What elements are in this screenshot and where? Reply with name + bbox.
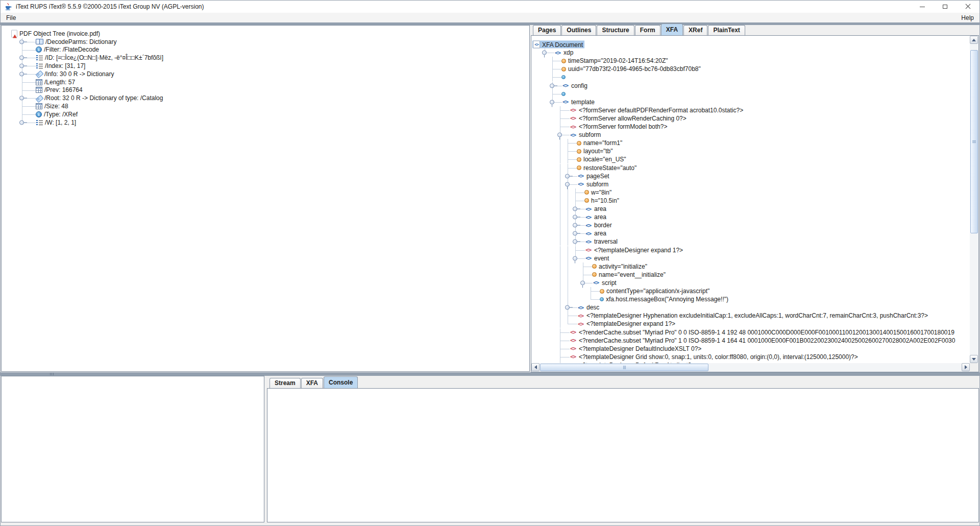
tree-row[interactable]: <>traversal — [531, 237, 970, 246]
tree-row[interactable]: <>pageSet — [531, 172, 970, 180]
tree-row[interactable]: /DecodeParms: Dictionary — [2, 38, 529, 46]
tree-row-content[interactable]: <><?formServer allowRenderCaching 0?> — [569, 115, 688, 122]
tree-row[interactable]: <>config — [531, 82, 970, 90]
expand-handle[interactable] — [19, 39, 24, 44]
tree-row-content[interactable]: contentType="application/x-javascript" — [599, 288, 711, 295]
expand-handle[interactable] — [19, 71, 24, 76]
tree-row[interactable]: <>area — [531, 229, 970, 237]
tree-row[interactable]: <><?templateDesigner expand 1?> — [531, 320, 970, 328]
tree-row[interactable]: <>XFA Document — [531, 40, 970, 49]
expand-handle[interactable] — [573, 240, 577, 244]
tree-row[interactable]: /Index: [31, 17] — [2, 62, 529, 70]
tree-row[interactable]: <>subform — [531, 180, 970, 188]
tree-row-content[interactable]: layout="tb" — [576, 148, 615, 155]
tree-row-content[interactable]: <>desc — [576, 304, 601, 311]
tree-row[interactable]: <><?renderCache.subset "Myriad Pro" 1 0 … — [531, 337, 970, 345]
tree-row-content[interactable]: <>subform — [569, 131, 602, 138]
tree-row[interactable]: h="10.5in" — [531, 197, 970, 205]
tree-row[interactable]: layout="tb" — [531, 147, 970, 155]
tree-row[interactable]: /Filter: /FlateDecode — [2, 46, 529, 54]
collapse-handle[interactable] — [542, 51, 547, 55]
tree-row[interactable]: <><?templateDesigner Grid show:0, snap:1… — [531, 353, 970, 361]
tab-form[interactable]: Form — [635, 25, 660, 35]
tree-row[interactable]: name="event__initialize" — [531, 271, 970, 279]
tree-row-content[interactable]: /Type: /XRef — [35, 111, 79, 118]
menu-file[interactable]: File — [4, 14, 18, 22]
tree-row-content[interactable]: <><?templateDesigner DefaultIncludeXSLT … — [569, 345, 703, 352]
expand-handle[interactable] — [573, 215, 577, 220]
tree-row[interactable]: <><?formServer allowRenderCaching 0?> — [531, 114, 970, 123]
tree-row[interactable]: <><?templateDesigner DefaultIncludeXSLT … — [531, 345, 970, 353]
tree-row-content[interactable]: /Info: 30 0 R -> Dictionary — [35, 70, 115, 78]
tree-row-content[interactable] — [561, 92, 567, 96]
tree-row-content[interactable]: <>area — [584, 230, 608, 237]
collapse-handle[interactable] — [573, 256, 577, 260]
tree-row[interactable]: <>template — [531, 98, 970, 106]
tree-row-content[interactable]: timeStamp="2019-02-14T16:54:20Z" — [561, 57, 670, 64]
tree-row-content[interactable]: /Prev: 166764 — [35, 86, 84, 93]
tree-row-content[interactable]: <>border — [584, 222, 614, 229]
tree-row-content[interactable]: <><?formServer formModel both?> — [569, 123, 669, 130]
scroll-up-button[interactable] — [970, 36, 978, 44]
tree-row-content[interactable]: <>traversal — [584, 238, 619, 245]
tree-row-content[interactable]: restoreState="auto" — [576, 164, 638, 172]
vertical-scroll-thumb[interactable] — [970, 50, 978, 233]
tree-row[interactable]: <>border — [531, 221, 970, 229]
horizontal-scrollbar[interactable] — [531, 363, 970, 372]
tree-row-content[interactable]: name="event__initialize" — [592, 271, 667, 278]
tree-row[interactable]: <>desc — [531, 303, 970, 312]
tree-row-content[interactable]: <>template — [561, 99, 596, 106]
tree-row[interactable]: /Root: 32 0 R -> Dictionary of type: /Ca… — [2, 94, 529, 102]
tree-row-content[interactable]: <>XFA Document — [532, 41, 584, 49]
collapse-handle[interactable] — [565, 182, 570, 186]
tree-row[interactable]: <>script — [531, 279, 970, 287]
tree-row-content[interactable]: <><?renderCache.subset "Myriad Pro" 0 0 … — [569, 329, 956, 336]
horizontal-splitter[interactable] — [0, 372, 980, 376]
xfa-tree[interactable]: <>XFA Document<>xdptimeStamp="2019-02-14… — [531, 36, 970, 363]
tree-row[interactable]: <><?templateDesigner expand 1?> — [531, 246, 970, 254]
console-content[interactable] — [267, 388, 979, 522]
tree-row[interactable]: /Info: 30 0 R -> Dictionary — [2, 70, 529, 78]
tree-row[interactable]: /Type: /XRef — [2, 110, 529, 118]
vertical-scrollbar[interactable] — [970, 36, 978, 363]
tree-row-content[interactable]: <>subform — [576, 181, 610, 188]
minimize-button[interactable] — [911, 1, 934, 13]
tree-row-content[interactable]: name="form1" — [576, 139, 624, 147]
tree-row-content[interactable]: /Root: 32 0 R -> Dictionary of type: /Ca… — [35, 94, 164, 102]
tab-xfa[interactable]: XFA — [661, 23, 683, 35]
expand-handle[interactable] — [565, 305, 570, 310]
tab-plaintext[interactable]: PlainText — [708, 25, 745, 35]
tree-row[interactable]: <>area — [531, 213, 970, 221]
tree-row-content[interactable]: <>xdp — [553, 49, 575, 56]
tree-row-content[interactable] — [561, 75, 567, 79]
tab-pages[interactable]: Pages — [533, 25, 561, 35]
tree-row-content[interactable]: /ID: [=□Ìce¿(O□N□]·Mëz, -ë°¤Î□□K±´7bfõßì… — [35, 54, 165, 61]
tree-row[interactable]: activity="initialize" — [531, 262, 970, 271]
tree-row[interactable]: /Prev: 166764 — [2, 86, 529, 94]
expand-handle[interactable] — [19, 96, 24, 101]
tree-row[interactable]: <>xdp — [531, 49, 970, 57]
tree-row-content[interactable]: uuid="77db73f2-0196-4965-bc76-0db83cbf70… — [561, 65, 702, 73]
expand-handle[interactable] — [573, 223, 577, 228]
tree-row-content[interactable]: <>area — [584, 213, 608, 221]
tree-row[interactable] — [531, 90, 970, 98]
tree-row[interactable]: <><?templateDesigner Hyphenation exclude… — [531, 312, 970, 320]
tree-row[interactable]: name="form1" — [531, 139, 970, 147]
tree-row[interactable]: /Length: 57 — [2, 78, 529, 86]
tree-row[interactable]: restoreState="auto" — [531, 164, 970, 172]
scroll-left-button[interactable] — [531, 363, 540, 371]
collapse-handle[interactable] — [580, 280, 585, 285]
expand-handle[interactable] — [19, 120, 24, 125]
tree-row[interactable]: <>event — [531, 254, 970, 262]
tree-row-content[interactable]: <><?formServer defaultPDFRenderFormat ac… — [569, 107, 745, 114]
tab-bottom-console[interactable]: Console — [324, 376, 358, 388]
tree-row[interactable]: xfa.host.messageBox("Annoying Message!!"… — [531, 295, 970, 303]
tree-row-content[interactable]: <><?templateDesigner expand 1?> — [584, 247, 684, 254]
tab-bottom-xfa[interactable]: XFA — [301, 378, 323, 388]
tree-row-content[interactable]: /Filter: /FlateDecode — [35, 46, 101, 53]
tree-row-content[interactable]: <><?templateDesigner Grid show:0, snap:1… — [569, 353, 860, 361]
tree-row-content[interactable]: /Index: [31, 17] — [35, 62, 87, 69]
horizontal-scroll-thumb[interactable] — [540, 364, 708, 371]
tree-row-content[interactable]: <>pageSet — [576, 173, 611, 180]
tree-row-content[interactable]: w="8in" — [584, 189, 613, 196]
